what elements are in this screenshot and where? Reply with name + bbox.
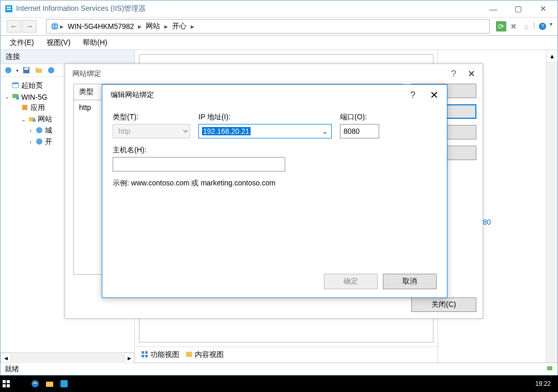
dialog-title-bar: 编辑网站绑定 ? ✕ [102,85,447,105]
task-explorer-icon[interactable] [45,380,54,388]
close-icon[interactable]: ✕ [430,89,439,101]
svg-rect-35 [46,382,53,387]
help-icon[interactable]: ? [410,90,415,101]
svg-rect-10 [24,68,28,70]
breadcrumb-sep-icon: ▸ [191,22,194,30]
type-select: http [113,124,190,138]
scroll-right-icon[interactable]: ▸ [124,353,134,363]
cancel-button[interactable]: 取消 [383,274,437,289]
task-iis-icon[interactable] [60,380,68,388]
expander-icon[interactable]: ⌄ [20,116,26,123]
ip-value: 192.168.20.21 [202,127,251,135]
svg-rect-1 [7,7,11,8]
system-tray: 19:22 [535,380,556,387]
expander-icon[interactable]: › [27,139,34,145]
search-icon[interactable] [17,380,25,388]
svg-rect-29 [547,366,552,370]
minimize-button[interactable]: ― [481,2,506,16]
breadcrumb-box[interactable]: ▸ WIN-5G4HKM57982 ▸ 网站 ▸ 开心 ▸ [46,19,490,34]
scroll-track[interactable] [11,353,124,363]
svg-rect-32 [3,384,6,387]
column-type[interactable]: 类型 [74,84,105,100]
svg-rect-25 [142,355,144,357]
close-dialog-button[interactable]: 关闭(C) [411,297,476,312]
navigation-bar: ← → ▸ WIN-5G4HKM57982 ▸ 网站 ▸ 开心 ▸ ⟳ ✖ ⌂ … [1,17,557,36]
edit-binding-dialog: 编辑网站绑定 ? ✕ 类型(T): http IP 地址(I): 192.168… [102,84,447,298]
help-dropdown-icon[interactable]: ▾ [550,21,552,32]
menu-file[interactable]: 文件(E) [4,36,40,50]
window-title-bar: Internet Information Services (IIS)管理器 ―… [1,1,557,17]
svg-point-22 [36,138,42,145]
scroll-up-icon[interactable]: ▴ [547,50,557,61]
dialog-title-bar: 网站绑定 ? ✕ [65,64,483,84]
svg-rect-23 [142,351,144,354]
port-input[interactable] [340,124,379,138]
home-icon[interactable]: ⌂ [521,21,531,32]
host-example: 示例: www.contoso.com 或 marketing.contoso.… [113,179,437,188]
dialog-footer: 确定 取消 [324,274,437,289]
close-icon[interactable]: ✕ [468,68,475,80]
chevron-down-icon[interactable]: ⌄ [322,127,328,135]
help-icon[interactable]: ? [451,69,456,80]
ok-button[interactable]: 确定 [324,274,378,289]
breadcrumb-sep-icon: ▸ [138,22,142,30]
svg-rect-26 [145,355,148,357]
expander-icon[interactable]: › [27,128,34,134]
breadcrumb-site[interactable]: 开心 [172,22,187,31]
left-scrollbar[interactable]: ◂ ▸ [1,352,134,363]
svg-text:?: ? [541,23,544,29]
task-ie-icon[interactable] [31,380,39,388]
port-label: 端口(O): [340,113,379,122]
svg-rect-15 [12,83,19,84]
svg-point-8 [5,67,11,73]
tree-label: WIN-5G [21,93,48,101]
refresh-icon[interactable]: ⟳ [496,21,506,32]
tool-separator: | [533,21,535,32]
maximize-button[interactable]: ▢ [506,2,531,16]
ip-combobox[interactable]: 192.168.20.21 ⌄ [198,124,332,138]
dialog-body: 类型(T): http IP 地址(I): 192.168.20.21 ⌄ 端口… [102,105,447,192]
svg-point-20 [33,119,36,122]
tree-label: 网站 [38,115,52,124]
tree-label: 起始页 [21,81,43,90]
connections-header: 连接 [1,50,134,64]
folder-icon[interactable] [34,66,43,75]
window-title: Internet Information Services (IIS)管理器 [16,4,481,13]
scroll-left-icon[interactable]: ◂ [1,353,11,363]
host-input[interactable] [113,157,285,171]
clock[interactable]: 19:22 [535,380,551,387]
tree-label: 城 [45,126,52,135]
view-label: 内容视图 [195,350,224,359]
stop-icon[interactable]: ✖ [508,21,519,32]
globe-icon [50,21,60,32]
menu-help[interactable]: 帮助(H) [76,36,113,50]
expander-icon[interactable]: ⌄ [4,93,10,100]
right-scrollbar[interactable]: ▴ [546,50,557,363]
globe-icon[interactable] [47,66,56,75]
nav-back-button[interactable]: ← [7,20,21,33]
breadcrumb-sites[interactable]: 网站 [146,22,160,31]
save-icon[interactable] [22,66,31,75]
help-icon[interactable]: ? [537,21,548,32]
toolbar-dropdown-icon[interactable]: ▾ [16,68,19,73]
host-label: 主机名(H): [113,146,285,155]
taskbar[interactable]: 19:22 [0,375,558,392]
connect-icon[interactable] [4,66,13,75]
view-features[interactable]: 功能视图 [141,350,179,359]
site-icon [36,138,43,147]
cell-type: http [74,100,105,115]
svg-rect-18 [22,105,27,110]
close-button[interactable]: ✕ [531,2,555,16]
breadcrumb-sep-icon: ▸ [164,22,168,30]
svg-rect-27 [186,352,192,357]
nav-forward-button[interactable]: → [22,20,37,33]
status-icon [546,365,553,373]
start-icon[interactable] [2,380,10,388]
server-icon [12,92,19,101]
breadcrumb-server[interactable]: WIN-5G4HKM57982 [68,22,134,30]
close-button-wrap: 关闭(C) [411,297,476,312]
site-icon [36,127,43,135]
svg-rect-31 [7,380,10,383]
menu-view[interactable]: 视图(V) [40,36,77,50]
view-content[interactable]: 内容视图 [185,350,224,359]
